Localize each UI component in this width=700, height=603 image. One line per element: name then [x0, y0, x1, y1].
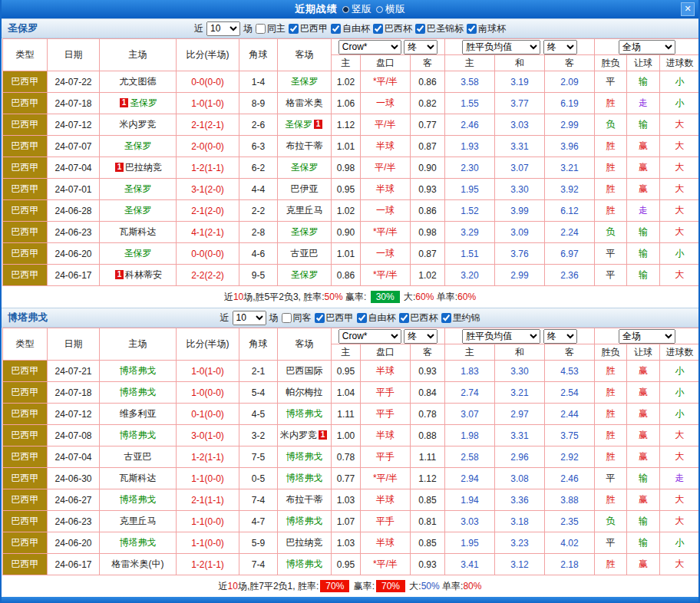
home-team-name: 博塔弗戈 — [120, 494, 157, 505]
away-team-cell: 米内罗竞1 — [278, 425, 332, 446]
score-cell: 0-0(0-0) — [177, 243, 239, 265]
avg-type-select[interactable]: 胜平负均值 — [462, 329, 540, 344]
vertical-layout-label[interactable]: 竖版 — [352, 2, 371, 16]
corner-cell: 2-6 — [239, 114, 278, 136]
team-name: 圣保罗 — [8, 21, 38, 35]
col-header-date: 日期 — [48, 39, 100, 71]
odds-final-select[interactable]: 终 — [404, 329, 438, 344]
league-filter[interactable]: 自由杯 — [331, 22, 370, 35]
match-count-select[interactable]: 10 — [233, 311, 266, 325]
same-venue-filter[interactable]: 同客 — [282, 311, 312, 325]
league-checkbox[interactable] — [415, 24, 425, 34]
league-checkbox[interactable] — [357, 313, 367, 323]
col-header-odds-away: 客 — [411, 344, 445, 361]
match-date-cell: 24-07-12 — [48, 404, 100, 425]
league-checkbox[interactable] — [399, 313, 409, 323]
same-venue-filter[interactable]: 同主 — [256, 22, 286, 35]
odds-company-select[interactable]: Crow* — [338, 40, 401, 54]
horizontal-layout-label[interactable]: 横版 — [385, 2, 405, 16]
odds-away-cell: 1.02 — [411, 265, 445, 286]
odds-final-select[interactable]: 终 — [404, 40, 438, 54]
avg-home-cell: 3.41 — [445, 554, 495, 575]
away-team-name: 圣保罗 — [291, 269, 319, 280]
avg-home-cell: 1.95 — [445, 532, 495, 554]
summary-segment: 赢率: — [351, 580, 375, 593]
league-type-cell: 巴西甲 — [3, 93, 48, 114]
league-checkbox[interactable] — [373, 24, 383, 34]
match-count-select[interactable]: 10 — [206, 21, 240, 36]
away-team-cell: 巴伊亚 — [278, 179, 332, 200]
away-team-cell: 布拉干蒂 — [278, 136, 332, 157]
goals-result-cell: 小 — [660, 361, 700, 382]
odds-home-cell: 0.90 — [332, 222, 361, 243]
league-checkbox[interactable] — [315, 313, 325, 323]
league-checkbox[interactable] — [441, 313, 451, 323]
league-filter[interactable]: 巴圣锦标 — [415, 22, 464, 35]
away-team-name: 古亚巴 — [291, 248, 319, 259]
games-label: 场 — [269, 311, 279, 325]
match-row: 巴西甲24-07-22尤文图德0-0(0-0)1-4圣保罗1.02*平/半0.8… — [3, 71, 700, 93]
match-date-cell: 24-07-07 — [48, 136, 100, 157]
home-team-cell: 圣保罗 — [100, 243, 177, 265]
league-filter[interactable]: 南球杯 — [467, 22, 506, 35]
league-filter[interactable]: 巴西杯 — [399, 311, 438, 325]
avg-draw-cell: 3.09 — [495, 222, 545, 243]
league-filter[interactable]: 巴西甲 — [315, 311, 354, 325]
summary-segment: 单率: — [440, 580, 464, 593]
vertical-layout-radio[interactable] — [342, 6, 349, 13]
league-filter[interactable]: 里约锦 — [441, 311, 480, 325]
league-type-cell: 巴西甲 — [3, 265, 48, 286]
col-header-home: 主场 — [100, 328, 177, 361]
corner-cell: 6-2 — [239, 157, 278, 179]
away-team-cell: 巴西国际 — [278, 361, 332, 382]
home-team-cell: 圣保罗 — [100, 200, 177, 222]
handicap-cell: *平/半 — [361, 71, 411, 93]
red-card-badge: 1 — [120, 98, 128, 107]
away-team-cell: 古亚巴 — [278, 243, 332, 265]
handicap-cell: 半球 — [361, 179, 411, 200]
league-type-cell: 巴西甲 — [3, 532, 48, 554]
col-header-home: 主场 — [100, 39, 177, 71]
goals-result-cell: 大 — [660, 554, 700, 575]
odds-home-cell: 0.98 — [332, 157, 361, 179]
avg-type-select[interactable]: 胜平负均值 — [462, 40, 540, 54]
league-filter[interactable]: 自由杯 — [357, 311, 396, 325]
same-venue-checkbox[interactable] — [282, 313, 292, 323]
home-team-name: 格雷米奥(中) — [112, 559, 164, 569]
corner-cell: 4-7 — [239, 511, 278, 532]
odds-home-cell: 1.04 — [332, 382, 361, 404]
avg-final-select[interactable]: 终 — [543, 329, 577, 344]
league-label: 巴西杯 — [411, 311, 438, 325]
league-checkbox[interactable] — [289, 24, 299, 34]
match-date-cell: 24-06-17 — [48, 554, 100, 575]
result-cell: 胜 — [595, 404, 627, 425]
scope-select[interactable]: 全场 — [619, 329, 675, 344]
same-venue-checkbox[interactable] — [256, 24, 266, 34]
scope-select[interactable]: 全场 — [619, 40, 675, 54]
col-header-let-ball: 让球 — [627, 55, 660, 71]
corner-cell: 4-6 — [239, 243, 278, 265]
team-section-sao-paulo: 圣保罗 近 10 场 同主 巴西甲自由杯巴西杯巴圣锦标南球杯 — [2, 18, 698, 308]
away-team-name: 克里丘马 — [286, 205, 323, 216]
league-filter[interactable]: 巴西杯 — [373, 22, 412, 35]
close-button[interactable]: ✕ — [681, 2, 695, 16]
avg-away-cell: 6.19 — [545, 93, 595, 114]
avg-home-cell: 2.74 — [445, 382, 495, 404]
horizontal-layout-radio[interactable] — [376, 6, 383, 13]
handicap-cell: 平手 — [361, 382, 411, 404]
match-row: 巴西甲24-07-01圣保罗3-1(2-0)4-4巴伊亚0.95半球0.931.… — [3, 179, 700, 200]
odds-away-cell: 0.78 — [411, 404, 445, 425]
avg-away-cell: 3.92 — [545, 179, 595, 200]
league-checkbox[interactable] — [331, 24, 341, 34]
odds-away-cell: 0.93 — [411, 179, 445, 200]
summary-segment: 大: — [401, 291, 416, 304]
away-team-name: 圣保罗 — [291, 162, 319, 173]
odds-home-cell: 1.03 — [332, 489, 361, 511]
league-checkbox[interactable] — [467, 24, 477, 34]
odds-company-select[interactable]: Crow* — [338, 329, 401, 344]
odds-away-cell: 0.87 — [411, 243, 445, 265]
avg-final-select[interactable]: 终 — [543, 40, 577, 54]
league-filter[interactable]: 巴西甲 — [289, 22, 328, 35]
corner-cell: 5-9 — [239, 532, 278, 554]
avg-home-cell: 2.94 — [445, 468, 495, 489]
